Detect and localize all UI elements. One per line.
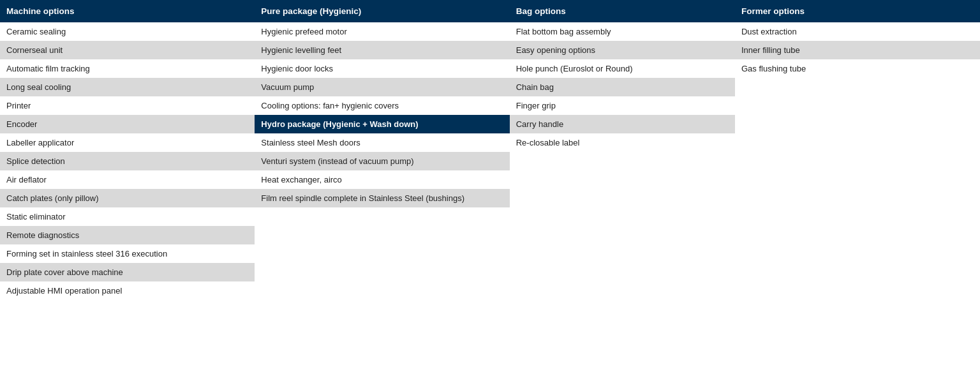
row-item-2-3: Chain bag: [510, 78, 735, 96]
row-item-1-4: Cooling options: fan+ hygienic covers: [255, 96, 509, 115]
row-item-0-1: Cornerseal unit: [0, 41, 255, 59]
row-item-0-8: Air deflator: [0, 170, 255, 189]
column-0: Machine optionsCeramic sealingCornerseal…: [0, 0, 255, 367]
row-item-1-6: Stainless steel Mesh doors: [255, 133, 509, 152]
row-item-0-10: Static eliminator: [0, 207, 255, 226]
row-item-0-5: Encoder: [0, 115, 255, 133]
column-1: Pure package (Hygienic)Hygienic prefeed …: [255, 0, 509, 367]
column-header-1: Pure package (Hygienic): [255, 0, 509, 22]
main-grid: Machine optionsCeramic sealingCornerseal…: [0, 0, 980, 367]
row-item-0-3: Long seal cooling: [0, 78, 255, 96]
row-item-0-4: Printer: [0, 96, 255, 115]
row-item-1-7: Venturi system (instead of vacuum pump): [255, 152, 509, 170]
row-item-0-13: Drip plate cover above machine: [0, 263, 255, 281]
row-item-2-4: Finger grip: [510, 96, 735, 115]
row-item-1-2: Hygienic door locks: [255, 59, 509, 78]
row-item-3-1: Inner filling tube: [735, 41, 980, 59]
row-item-3-2: Gas flushing tube: [735, 59, 980, 78]
row-item-2-2: Hole punch (Euroslot or Round): [510, 59, 735, 78]
column-header-3: Former options: [735, 0, 980, 22]
row-item-2-0: Flat bottom bag assembly: [510, 22, 735, 41]
row-item-2-1: Easy opening options: [510, 41, 735, 59]
column-header-2: Bag options: [510, 0, 735, 22]
column-header-0: Machine options: [0, 0, 255, 22]
row-item-1-1: Hygienic levelling feet: [255, 41, 509, 59]
row-item-1-3: Vacuum pump: [255, 78, 509, 96]
row-item-1-8: Heat exchanger, airco: [255, 170, 509, 189]
row-item-0-11: Remote diagnostics: [0, 226, 255, 244]
column-2: Bag optionsFlat bottom bag assemblyEasy …: [510, 0, 735, 367]
row-item-1-5: Hydro package (Hygienic + Wash down): [255, 115, 509, 133]
row-item-3-0: Dust extraction: [735, 22, 980, 41]
row-item-1-0: Hygienic prefeed motor: [255, 22, 509, 41]
row-item-0-2: Automatic film tracking: [0, 59, 255, 78]
row-item-0-14: Adjustable HMI operation panel: [0, 281, 255, 300]
row-item-2-5: Carry handle: [510, 115, 735, 133]
row-item-2-6: Re-closable label: [510, 133, 735, 152]
row-item-0-0: Ceramic sealing: [0, 22, 255, 41]
column-3: Former optionsDust extractionInner filli…: [735, 0, 980, 367]
row-item-0-12: Forming set in stainless steel 316 execu…: [0, 244, 255, 263]
row-item-0-6: Labeller applicator: [0, 133, 255, 152]
row-item-1-9: Film reel spindle complete in Stainless …: [255, 189, 509, 207]
row-item-0-7: Splice detection: [0, 152, 255, 170]
row-item-0-9: Catch plates (only pillow): [0, 189, 255, 207]
